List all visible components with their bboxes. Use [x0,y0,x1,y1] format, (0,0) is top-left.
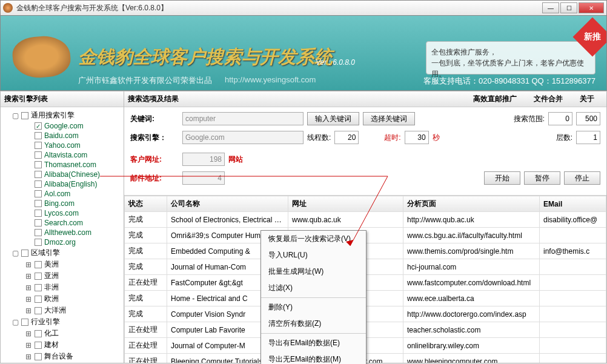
tree-item[interactable]: ⊞舞台设备 [2,351,122,362]
tree-item[interactable]: Baidu.com [2,131,122,141]
tree-item[interactable]: ✓Google.com [2,121,122,131]
banner-company: 广州市钰鑫软件开发有限公司荣誉出品 [78,75,212,86]
ctx-clear-all[interactable]: 清空所有数据(Z) [261,316,366,332]
sec-label: 秒 [433,133,440,143]
ctx-restore[interactable]: 恢复最后一次搜索记录(V) [261,231,366,247]
engine-label: 搜索引擎： [130,133,179,143]
window-title: 金钱豹全球客户搜索与开发系统【Ver:6.0.8.0】 [16,3,542,13]
timeout-label: 超时: [384,133,400,143]
ctx-export-with-email[interactable]: 导出有EMail的数据(E) [261,335,366,351]
layers-label: 层数: [556,133,572,143]
ctx-filter[interactable]: 过滤(X) [261,280,366,296]
titlebar: 金钱豹全球客户搜索与开发系统【Ver:6.0.8.0】 — ☐ ✕ [0,0,607,16]
input-keyword-button[interactable]: 输入关键词 [307,112,359,125]
tree-item[interactable]: Thomasnet.com [2,160,122,170]
tree-item[interactable]: ⊞化工 [2,328,122,339]
table-row[interactable]: 完成School of Electronics, Electrical Engi… [125,212,606,228]
stop-button[interactable]: 停止 [564,171,600,185]
tree-item[interactable]: ⊞亚洲 [2,270,122,282]
banner-title: 金钱豹全球客户搜索与开发系统 [78,45,333,70]
start-button[interactable]: 开始 [484,171,520,185]
banner-version: Ver : 6.0.8.0 [316,58,355,67]
tree-item[interactable]: Dmoz.org [2,237,122,247]
sidebar-title: 搜索引擎列表 [1,91,124,107]
tree-item[interactable]: Aol.com [2,189,122,199]
ctx-export-no-email[interactable]: 导出无EMail的数据(M) [261,351,366,364]
threads-label: 线程数: [307,133,331,143]
app-icon [3,3,13,13]
tree-item[interactable]: Alibaba(English) [2,179,122,189]
tree-item[interactable]: Alltheweb.com [2,228,122,237]
range-from-input[interactable] [548,112,572,125]
pause-button[interactable]: 暂停 [524,171,560,185]
tree-item[interactable]: ⊞美洲 [2,259,122,270]
close-button[interactable]: ✕ [579,2,604,13]
layers-input[interactable] [576,131,600,144]
website-label: 网站 [228,154,243,165]
banner: 金钱豹全球客户搜索与开发系统 Ver : 6.0.8.0 广州市钰鑫软件开发有限… [0,16,607,91]
col-email[interactable]: EMail [540,196,606,212]
tree-item[interactable]: Alibaba(Chinese) [2,170,122,179]
banner-url: http://www.yesingsoft.com [225,75,316,84]
menu-about[interactable]: 关于 [580,94,594,104]
range-label: 搜索范围: [514,114,545,124]
col-company[interactable]: 公司名称 [167,196,288,212]
tree-item[interactable]: Altavista.com [2,150,122,160]
col-status[interactable]: 状态 [125,196,167,212]
promo-line1: 全包搜索推广服务， [431,47,590,58]
ctx-import-url[interactable]: 导入URL(U) [261,247,366,263]
search-form: 关键词: 输入关键词 选择关键词 搜索范围: 搜索引擎： 线程数: 超时: 秒 … [124,107,606,195]
tree-item[interactable]: ▢行业引擎 [2,316,122,328]
tree-item[interactable]: ▢通用搜索引擎 [2,110,122,121]
options-title: 搜索选项及结果 [124,91,469,107]
promo-box: 全包搜索推广服务， 一包到底，坐等优质客户上门来，老客户优惠使用。 [426,41,595,74]
range-to-input[interactable] [576,112,600,125]
leopard-logo-icon [11,34,72,80]
tree-item[interactable]: ⊞欧洲 [2,293,122,305]
engine-input[interactable] [182,131,304,144]
timeout-input[interactable] [405,131,429,144]
ctx-delete[interactable]: 删除(Y) [261,299,366,316]
ctx-gen-urls[interactable]: 批量生成网址(W) [261,263,366,280]
tree-item[interactable]: ⊞非洲 [2,282,122,293]
client-url-label: 客户网址: [130,154,179,165]
tree-item[interactable]: Bing.com [2,199,122,208]
engine-tree[interactable]: ▢通用搜索引擎✓Google.comBaidu.comYahoo.comAlta… [1,107,124,362]
menu-mail-push[interactable]: 高效直邮推广 [473,94,517,104]
keyword-input[interactable] [182,112,304,125]
col-page[interactable]: 分析页面 [403,196,540,212]
tree-item[interactable]: Yahoo.com [2,141,122,150]
tree-item[interactable]: Search.com [2,218,122,228]
select-keyword-button[interactable]: 选择关键词 [363,112,415,125]
tree-item[interactable]: ▢区域引擎 [2,247,122,259]
mail-addr-label: 邮件地址: [130,173,179,184]
maximize-button[interactable]: ☐ [560,2,577,13]
col-url[interactable]: 网址 [288,196,403,212]
tree-item[interactable]: Lycos.com [2,208,122,218]
client-url-value [182,153,225,166]
tree-item[interactable]: ⊞大洋洲 [2,305,122,316]
keyword-label: 关键词: [130,114,179,124]
context-menu[interactable]: 恢复最后一次搜索记录(V) 导入URL(U) 批量生成网址(W) 过滤(X) 删… [260,230,367,364]
menu-file-merge[interactable]: 文件合并 [534,94,563,104]
threads-input[interactable] [334,131,359,144]
support-info: 客服支持电话：020-89048331 QQ：1512896377 [423,76,595,87]
tree-item[interactable]: ⊞建材 [2,339,122,351]
minimize-button[interactable]: — [542,2,559,13]
sidebar: 搜索引擎列表 ▢通用搜索引擎✓Google.comBaidu.comYahoo.… [0,91,124,363]
mail-addr-value [182,171,225,185]
